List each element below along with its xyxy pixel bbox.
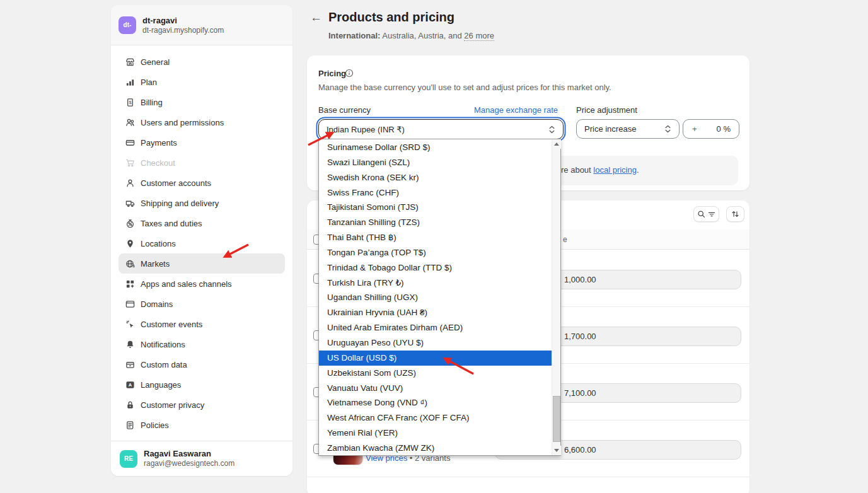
- store-domain: dt-ragavi.myshopify.com: [142, 26, 224, 35]
- search-icon: [697, 210, 705, 218]
- sidebar-item-plan[interactable]: Plan: [119, 72, 285, 92]
- manage-exchange-rate-link[interactable]: Manage exchange rate: [474, 105, 558, 115]
- sidebar-item-users-permissions[interactable]: Users and permissions: [119, 112, 285, 132]
- currency-option[interactable]: West African CFA Franc (XOF F CFA): [319, 410, 552, 426]
- currency-option[interactable]: Swiss Franc (CHF): [319, 185, 552, 200]
- billing-icon: $: [125, 97, 135, 107]
- domains-icon: [125, 299, 135, 309]
- cursor-click-icon: [125, 319, 135, 329]
- sidebar-menu: General Plan $ Billing Users and permiss…: [111, 45, 292, 435]
- sidebar-item-shipping-delivery[interactable]: Shipping and delivery: [119, 193, 285, 213]
- user-avatar: RE: [120, 450, 137, 468]
- user-email: ragavi@wedesigntech.com: [144, 459, 234, 468]
- sidebar-item-locations[interactable]: Locations: [119, 233, 285, 253]
- sidebar-item-label: Customer events: [141, 320, 202, 329]
- price-column-header-fragment: e: [563, 235, 567, 244]
- currency-option[interactable]: Tongan Pa’anga (TOP T$): [319, 245, 552, 260]
- scrollbar-thumb[interactable]: [553, 396, 560, 442]
- sidebar-item-customer-privacy[interactable]: Customer privacy: [119, 395, 285, 415]
- search-filter-button[interactable]: [693, 206, 719, 222]
- filter-icon: [708, 211, 715, 218]
- currency-option[interactable]: United Arab Emirates Dirham (AED): [319, 320, 552, 335]
- page-subtitle: International: Australia, Austria, and 2…: [328, 31, 494, 40]
- base-currency-select[interactable]: Indian Rupee (INR ₹): [318, 119, 564, 139]
- sidebar-item-label: Customer accounts: [141, 178, 211, 188]
- price-adjustment-value-input[interactable]: + 0 %: [683, 119, 739, 139]
- price-adjustment-type-select[interactable]: Price increase: [576, 119, 680, 139]
- sidebar-item-domains[interactable]: Domains: [119, 294, 285, 314]
- currency-option[interactable]: Surinamese Dollar (SRD $): [319, 140, 552, 155]
- user-name: Ragavi Easwaran: [144, 449, 234, 459]
- currency-option[interactable]: Uzbekistani Som (UZS): [319, 366, 552, 381]
- price-adjustment-type-value: Price increase: [584, 124, 636, 134]
- users-icon: [125, 117, 135, 127]
- sidebar-item-notifications[interactable]: Notifications: [119, 334, 285, 354]
- payments-icon: [125, 137, 135, 148]
- base-currency-label: Base currency: [318, 105, 371, 115]
- triangle-up-icon: [554, 142, 559, 146]
- svg-text:$: $: [129, 99, 132, 105]
- sidebar-item-billing[interactable]: $ Billing: [119, 92, 285, 112]
- sidebar-item-label: Billing: [141, 98, 163, 107]
- currency-option[interactable]: Turkish Lira (TRY ₺): [319, 276, 552, 291]
- currency-option[interactable]: Uruguayan Peso (UYU $): [319, 335, 552, 351]
- banner-fragment: re about: [561, 165, 593, 175]
- scroll-up-button[interactable]: [552, 139, 561, 149]
- globe-dollar-icon: $: [125, 258, 135, 269]
- scroll-down-button[interactable]: [552, 446, 561, 455]
- currency-option[interactable]: Tanzanian Shilling (TZS): [319, 215, 552, 230]
- price-value: 1,700.00: [564, 332, 596, 341]
- document-icon: [125, 420, 135, 430]
- checkout-cart-icon: [125, 158, 135, 168]
- currency-option[interactable]: Trinidad & Tobago Dollar (TTD $): [319, 260, 552, 276]
- currency-option[interactable]: Ukrainian Hryvnia (UAH ₴): [319, 305, 552, 320]
- currency-option[interactable]: Vietnamese Dong (VND ₫): [319, 395, 552, 410]
- triangle-down-icon: [554, 449, 559, 452]
- currency-option[interactable]: Vanuatu Vatu (VUV): [319, 381, 552, 396]
- sidebar-item-label: Plan: [141, 78, 157, 87]
- currency-options: Surinamese Dollar (SRD $) Swazi Lilangen…: [319, 140, 552, 456]
- currency-option[interactable]: Ugandan Shilling (UGX): [319, 290, 552, 305]
- currency-option[interactable]: Thai Baht (THB ฿): [319, 230, 552, 245]
- sidebar-item-customer-accounts[interactable]: Customer accounts: [119, 173, 285, 193]
- sort-button[interactable]: [726, 206, 744, 222]
- currency-option[interactable]: Zambian Kwacha (ZMW ZK): [319, 441, 552, 456]
- sidebar-item-languages[interactable]: A Languages: [119, 374, 285, 395]
- pricing-description: Manage the base currency you'll use to s…: [318, 83, 611, 92]
- back-button[interactable]: ←: [310, 11, 322, 25]
- currency-option-selected[interactable]: US Dollar (USD $): [319, 351, 552, 366]
- sidebar-item-customer-events[interactable]: Customer events: [119, 314, 285, 334]
- price-value: 1,000.00: [564, 275, 596, 284]
- sidebar-item-payments[interactable]: Payments: [119, 132, 285, 153]
- person-icon: [125, 178, 135, 188]
- sidebar-item-general[interactable]: General: [119, 52, 285, 72]
- sidebar-item-label: Languages: [141, 380, 181, 390]
- currency-option[interactable]: Swazi Lilangeni (SZL): [319, 155, 552, 170]
- banner-period: .: [637, 165, 639, 175]
- store-header: dt- dt-ragavi dt-ragavi.myshopify.com: [111, 5, 292, 45]
- svg-text:$: $: [132, 263, 135, 267]
- base-currency-value: Indian Rupee (INR ₹): [327, 125, 405, 134]
- taxes-icon: [125, 218, 135, 228]
- price-value: 6,600.00: [564, 445, 596, 455]
- sidebar-item-label: Users and permissions: [141, 118, 224, 127]
- currency-option[interactable]: Tajikistani Somoni (TJS): [319, 200, 552, 215]
- chevron-updown-icon: [548, 125, 555, 134]
- dropdown-scrollbar[interactable]: [552, 139, 560, 455]
- sidebar-item-label: Notifications: [141, 340, 185, 349]
- more-countries-link[interactable]: 26 more: [464, 31, 494, 41]
- currency-option[interactable]: Swedish Krona (SEK kr): [319, 170, 552, 185]
- sidebar-item-taxes-duties[interactable]: Taxes and duties: [119, 213, 285, 233]
- sort-icon: [731, 210, 739, 218]
- sidebar-item-label: Checkout: [141, 158, 175, 168]
- sidebar-item-apps-sales-channels[interactable]: Apps and sales channels: [119, 274, 285, 294]
- sidebar-item-label: Locations: [141, 239, 176, 248]
- info-icon[interactable]: [345, 69, 354, 80]
- sidebar-item-custom-data[interactable]: Custom data: [119, 354, 285, 374]
- sidebar-item-checkout: Checkout: [119, 153, 285, 173]
- local-pricing-link[interactable]: local pricing: [593, 165, 637, 175]
- currency-option[interactable]: Yemeni Rial (YER): [319, 426, 552, 441]
- sidebar-item-markets[interactable]: $ Markets: [119, 253, 285, 274]
- sidebar-item-policies[interactable]: Policies: [119, 415, 285, 435]
- page-title: Products and pricing: [328, 10, 454, 25]
